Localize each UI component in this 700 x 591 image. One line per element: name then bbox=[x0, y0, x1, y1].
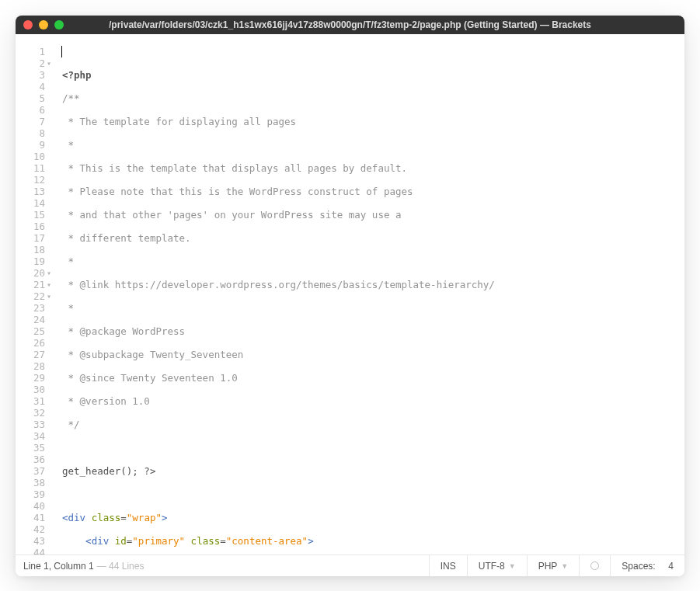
line-number[interactable]: 24 bbox=[23, 314, 45, 325]
code-token: */ bbox=[62, 419, 80, 430]
language-selector[interactable]: PHP▼ bbox=[527, 555, 580, 576]
circle-icon bbox=[590, 561, 599, 570]
line-number[interactable]: 10 bbox=[23, 151, 45, 162]
line-number[interactable]: 37 bbox=[23, 465, 45, 477]
code-token: * bbox=[62, 139, 74, 151]
line-number[interactable]: 38 bbox=[23, 477, 45, 488]
window-title: /private/var/folders/03/czk1_h1s1wx616jj… bbox=[109, 19, 591, 30]
line-number[interactable]: 7 bbox=[23, 116, 45, 127]
code-token: id bbox=[115, 535, 127, 547]
code-editor[interactable]: 12▾34567891011121314151617181920▾21▾22▾2… bbox=[16, 34, 684, 554]
code-token: <?php bbox=[62, 69, 92, 81]
line-number[interactable]: 30 bbox=[23, 384, 45, 395]
code-token: * and that other 'pages' on your WordPre… bbox=[62, 209, 402, 221]
code-token: * @link https://developer.wordpress.org/… bbox=[62, 279, 495, 290]
traffic-lights bbox=[23, 20, 64, 30]
line-number[interactable]: 5 bbox=[23, 92, 45, 104]
line-number[interactable]: 20▾ bbox=[23, 267, 45, 279]
line-number[interactable]: 21▾ bbox=[23, 279, 45, 290]
line-number-gutter[interactable]: 12▾34567891011121314151617181920▾21▾22▾2… bbox=[16, 34, 51, 554]
line-number[interactable]: 32 bbox=[23, 407, 45, 419]
line-number[interactable]: 12 bbox=[23, 174, 45, 186]
line-number[interactable]: 1 bbox=[23, 46, 45, 57]
line-number[interactable]: 3 bbox=[23, 69, 45, 81]
line-number[interactable]: 39 bbox=[23, 488, 45, 500]
linting-indicator[interactable] bbox=[579, 555, 610, 576]
code-token: div bbox=[92, 535, 110, 547]
line-number[interactable]: 2▾ bbox=[23, 57, 45, 69]
line-number[interactable]: 9 bbox=[23, 139, 45, 151]
code-token: > bbox=[308, 535, 314, 547]
line-number[interactable]: 4 bbox=[23, 81, 45, 92]
code-token: > bbox=[162, 512, 168, 523]
line-number[interactable]: 35 bbox=[23, 442, 45, 454]
close-window-button[interactable] bbox=[23, 20, 33, 30]
line-number[interactable]: 14 bbox=[23, 197, 45, 209]
code-token: "wrap" bbox=[127, 512, 162, 523]
code-token: * @since Twenty Seventeen 1.0 bbox=[62, 372, 238, 384]
line-number[interactable]: 18 bbox=[23, 244, 45, 256]
line-number[interactable]: 42 bbox=[23, 523, 45, 535]
code-token: < bbox=[62, 512, 68, 523]
titlebar[interactable]: /private/var/folders/03/czk1_h1s1wx616jj… bbox=[16, 16, 684, 34]
line-number[interactable]: 33 bbox=[23, 419, 45, 430]
line-number[interactable]: 36 bbox=[23, 454, 45, 465]
line-number[interactable]: 6 bbox=[23, 104, 45, 116]
line-number[interactable]: 19 bbox=[23, 256, 45, 267]
code-token: get_header(); ?> bbox=[62, 465, 155, 477]
minimize-window-button[interactable] bbox=[39, 20, 48, 30]
line-number[interactable]: 28 bbox=[23, 360, 45, 372]
code-token: * The template for displaying all pages bbox=[62, 116, 296, 127]
code-token: * different template. bbox=[62, 232, 191, 244]
line-number[interactable]: 29 bbox=[23, 372, 45, 384]
insert-mode-indicator[interactable]: INS bbox=[429, 555, 467, 576]
code-token: * bbox=[62, 256, 74, 267]
maximize-window-button[interactable] bbox=[54, 20, 64, 30]
code-token: class bbox=[191, 535, 221, 547]
code-token: < bbox=[85, 535, 92, 547]
text-cursor bbox=[61, 46, 62, 57]
code-token: * @package WordPress bbox=[62, 325, 185, 337]
code-token: * bbox=[62, 302, 74, 314]
line-number[interactable]: 34 bbox=[23, 430, 45, 442]
line-number[interactable]: 23 bbox=[23, 302, 45, 314]
code-token: div bbox=[68, 512, 86, 523]
line-number[interactable]: 31 bbox=[23, 395, 45, 407]
line-number[interactable]: 43 bbox=[23, 535, 45, 547]
line-number[interactable]: 17 bbox=[23, 232, 45, 244]
indentation-selector[interactable]: Spaces: 4 bbox=[610, 555, 684, 576]
editor-window: /private/var/folders/03/czk1_h1s1wx616jj… bbox=[16, 16, 684, 576]
cursor-position[interactable]: Line 1, Column 1 — 44 Lines bbox=[16, 555, 429, 576]
encoding-selector[interactable]: UTF-8▼ bbox=[467, 555, 527, 576]
code-token bbox=[62, 535, 85, 547]
code-token: "primary" bbox=[132, 535, 185, 547]
line-number[interactable]: 25 bbox=[23, 325, 45, 337]
code-token: "content-area" bbox=[226, 535, 308, 547]
code-token: * Please note that this is the WordPress… bbox=[62, 186, 413, 197]
code-token: * This is the template that displays all… bbox=[62, 162, 407, 174]
code-token: = bbox=[120, 512, 127, 523]
code-area[interactable]: <?php /** * The template for displaying … bbox=[51, 34, 684, 554]
line-number[interactable]: 22▾ bbox=[23, 290, 45, 302]
status-bar: Line 1, Column 1 — 44 Lines INS UTF-8▼ P… bbox=[16, 554, 684, 576]
code-token: class bbox=[92, 512, 121, 523]
line-number[interactable]: 26 bbox=[23, 337, 45, 349]
code-token: /** bbox=[62, 92, 80, 104]
line-number[interactable]: 44 bbox=[23, 547, 45, 554]
chevron-down-icon: ▼ bbox=[509, 562, 516, 570]
line-number[interactable]: 27 bbox=[23, 349, 45, 360]
line-number[interactable]: 16 bbox=[23, 221, 45, 232]
code-token: * @version 1.0 bbox=[62, 395, 150, 407]
line-number[interactable]: 40 bbox=[23, 500, 45, 512]
line-number[interactable]: 11 bbox=[23, 162, 45, 174]
code-token: * @subpackage Twenty_Seventeen bbox=[62, 349, 243, 360]
line-number[interactable]: 41 bbox=[23, 512, 45, 523]
line-number[interactable]: 8 bbox=[23, 127, 45, 139]
chevron-down-icon: ▼ bbox=[561, 562, 568, 570]
line-number[interactable]: 15 bbox=[23, 209, 45, 221]
line-number[interactable]: 13 bbox=[23, 186, 45, 197]
